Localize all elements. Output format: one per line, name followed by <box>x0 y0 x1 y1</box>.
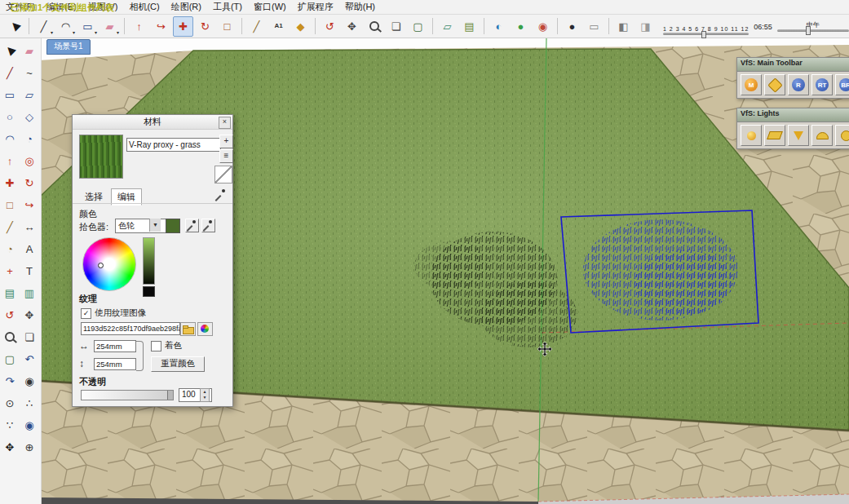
section-display-tool[interactable]: ▥ <box>20 283 38 303</box>
shadow-month-slider[interactable]: 1 2 3 4 5 6 7 8 9 10 11 12 <box>663 26 749 35</box>
axes-tool[interactable]: + <box>1 261 19 281</box>
line-tool[interactable]: ╱ <box>1 63 19 82</box>
select-tool[interactable]: ▶ <box>4 16 24 37</box>
month-slider-track[interactable] <box>663 33 749 35</box>
protractor-tool[interactable]: ◔ <box>1 239 19 259</box>
dimension-tool[interactable]: ↔ <box>20 217 38 237</box>
pie-tool[interactable]: ◔ <box>20 129 38 148</box>
toolbar-separator[interactable] <box>484 18 484 34</box>
look-around-tool[interactable]: ⊙ <box>1 393 19 413</box>
vfs-main-toolbar-title[interactable]: VfS: Main Toolbar <box>737 58 849 72</box>
tape-measure-tool[interactable]: ╱ <box>1 217 19 237</box>
zoom-extents-tool[interactable]: ▢ <box>1 349 19 369</box>
omni-light-button[interactable] <box>741 125 762 146</box>
menu-draw[interactable]: 绘图(R) <box>166 0 207 14</box>
section-display-tool[interactable]: ▤ <box>459 16 480 37</box>
color-wheel[interactable] <box>82 237 136 291</box>
edit-texture-image-button[interactable] <box>197 322 213 336</box>
toolbar-separator[interactable] <box>608 18 609 34</box>
chevron-down-icon[interactable]: ▼ <box>149 219 161 232</box>
time-slider-track[interactable] <box>777 29 849 32</box>
vray-material-list-button[interactable]: ● <box>511 16 531 37</box>
use-texture-checkbox[interactable]: ✓ <box>81 308 91 319</box>
arc-tool[interactable]: ◠ ▾ <box>55 16 76 37</box>
close-icon[interactable]: × <box>219 117 231 129</box>
freehand-tool[interactable]: ~ <box>20 63 38 82</box>
sample-paint-eyedropper-icon[interactable] <box>214 188 226 200</box>
vfs-lights-title[interactable]: VfS: Lights <box>737 108 849 122</box>
toolbar-separator[interactable] <box>432 18 433 34</box>
rectangle-tool[interactable]: ▭ <box>1 85 19 104</box>
paint-bucket-tool[interactable]: ◆ <box>290 16 311 37</box>
menu-tools[interactable]: 工具(T) <box>207 0 248 14</box>
vray-material-editor-button[interactable]: M <box>741 74 762 95</box>
circle-tool[interactable]: ○ <box>1 107 19 126</box>
dimension-text-tool[interactable]: A1 <box>268 16 289 37</box>
zoom-window-tool[interactable]: ❏ <box>386 16 406 37</box>
opacity-spinner-buttons[interactable]: ▲▼ <box>200 388 210 402</box>
texture-file-input[interactable]: 1193d522c85f170df9aeb298fa <box>81 322 180 335</box>
shape-tool[interactable]: ▭ ▾ <box>77 16 98 37</box>
zoom-extents-tool[interactable]: ▢ <box>408 16 428 37</box>
rotate-tool[interactable]: ↻ <box>195 16 215 37</box>
vray-rt-render-button[interactable]: RT <box>811 74 833 95</box>
time-slider-thumb[interactable] <box>806 26 811 35</box>
vray-batch-render-button[interactable]: BR <box>835 74 849 95</box>
rotated-rectangle-tool[interactable]: ▱ <box>20 85 38 104</box>
orbit-tool[interactable]: ↺ <box>1 305 19 325</box>
texture-width-input[interactable]: 254mm <box>94 340 136 352</box>
pushpull-tool[interactable]: ↑ <box>1 151 19 170</box>
vray-objects-button[interactable]: ◉ <box>533 16 553 37</box>
scale-tool[interactable]: □ <box>217 16 237 37</box>
position-camera-tool[interactable]: ◉ <box>20 371 38 391</box>
select-tool[interactable]: ▶ <box>1 41 19 60</box>
rotate-tool[interactable]: ↻ <box>20 173 38 192</box>
current-color-swatch[interactable] <box>166 219 180 233</box>
create-material-button[interactable]: + <box>219 135 233 148</box>
text-tool[interactable]: A <box>20 239 38 259</box>
previous-view-tool[interactable]: ↶ <box>20 349 38 369</box>
browse-texture-button[interactable] <box>180 322 196 336</box>
vray-render-button[interactable]: R <box>788 74 809 95</box>
orbit-tool[interactable]: ↺ <box>320 16 340 37</box>
menu-window[interactable]: 窗口(W) <box>248 0 292 14</box>
eraser-tool[interactable]: ▰ <box>20 41 38 60</box>
scene-tab[interactable]: 场景号1 <box>46 39 91 55</box>
followme-tool[interactable]: ↪ <box>151 16 171 37</box>
set-default-material-button[interactable] <box>214 166 232 183</box>
vray-frame-buffer-button[interactable]: ▭ <box>584 16 604 37</box>
shadow-dialog-button[interactable]: ◧ <box>613 16 634 37</box>
move-tool[interactable]: ✚ <box>173 16 193 37</box>
look-tool-alt[interactable]: ◉ <box>20 415 38 435</box>
match-model-color-button[interactable] <box>185 219 199 232</box>
toolbar-separator[interactable] <box>241 18 242 34</box>
texture-height-input[interactable]: 254mm <box>94 358 136 370</box>
move-view-tool[interactable]: ✥ <box>1 437 19 457</box>
display-panes-button[interactable]: ≡ <box>219 149 233 163</box>
tape-measure-tool[interactable]: ╱ <box>246 16 267 37</box>
vray-asset-button[interactable] <box>764 74 785 95</box>
section-plane-tool[interactable]: ▱ <box>437 16 458 37</box>
scale-tool[interactable]: □ <box>1 195 19 214</box>
menu-camera[interactable]: 相机(C) <box>123 0 165 14</box>
toolbar-separator[interactable] <box>315 18 316 34</box>
polygon-tool[interactable]: ◇ <box>20 107 38 126</box>
followme-tool[interactable]: ↪ <box>20 195 38 214</box>
3d-text-tool[interactable]: T <box>20 261 38 281</box>
offset-tool[interactable]: ◎ <box>20 151 38 170</box>
material-name-input[interactable]: V-Ray proxy - grass <box>126 138 221 152</box>
materials-dialog-title[interactable]: 材料 <box>73 115 232 130</box>
shadow-toggle-button[interactable]: ◨ <box>635 16 656 37</box>
pushpull-tool[interactable]: ↑ <box>129 16 149 37</box>
reset-color-button[interactable]: 重置颜色 <box>151 356 205 372</box>
eraser-tool[interactable]: ▰ ▾ <box>99 16 120 37</box>
dome-light-button[interactable] <box>811 125 833 146</box>
walk-tool[interactable]: ∴ <box>20 393 38 413</box>
pan-tool[interactable]: ✥ <box>20 305 38 325</box>
section-plane-tool[interactable]: ▤ <box>1 283 19 303</box>
vray-render-button[interactable]: ● <box>562 16 582 37</box>
zoom-view-tool[interactable]: ⊕ <box>20 437 38 457</box>
menu-help[interactable]: 帮助(H) <box>339 0 381 14</box>
match-screen-color-button[interactable] <box>201 219 215 232</box>
color-value-slider[interactable] <box>143 237 155 285</box>
